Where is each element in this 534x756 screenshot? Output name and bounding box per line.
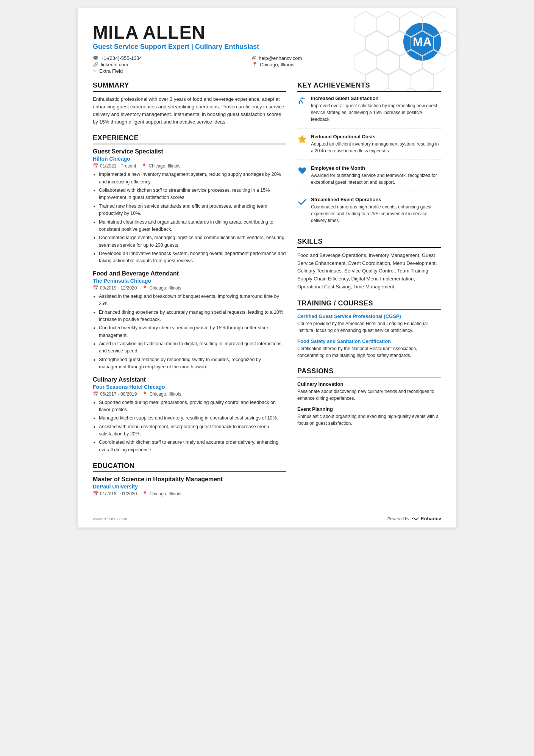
job-meta-1: 📅 01/2021 - Present 📍 Chicago, Illinois <box>93 163 286 169</box>
company-2: The Peninsula Chicago <box>93 278 286 284</box>
star-icon: ☆ <box>93 68 97 74</box>
course-text-1: Course provided by the American Hotel an… <box>297 320 441 334</box>
contact-grid: ☎ +1-(234)-555-1234 @ help@enhancv.com 🔗… <box>93 55 396 74</box>
bullet-1-5: Coordinated large events, managing logis… <box>99 234 286 249</box>
summary-title: SUMMARY <box>93 81 286 92</box>
bullet-3-4: Coordinated with kitchen staff to ensure… <box>99 439 286 454</box>
passions-title: PASSIONS <box>297 367 441 377</box>
education-section: EDUCATION Master of Science in Hospitali… <box>93 462 286 496</box>
company-3: Four Seasons Hotel Chicago <box>93 384 286 390</box>
school-name: DePaul University <box>93 484 286 490</box>
svg-marker-5 <box>298 135 306 143</box>
main-columns: SUMMARY Enthusiastic professional with o… <box>93 81 441 505</box>
passion-text-1: Passionate about discovering new culinar… <box>297 388 441 402</box>
achievement-4: Streamlined Event Operations Coordinated… <box>297 197 441 229</box>
achievement-icon-2 <box>297 134 307 144</box>
pin-icon-2: 📍 <box>142 285 148 291</box>
achievement-2: Reduced Operational Costs Adopted an eff… <box>297 134 441 160</box>
job-location-3: 📍 Chicago, Illinois <box>142 391 181 397</box>
extra-field-label: Extra Field <box>99 68 123 74</box>
linkedin-icon: 🔗 <box>93 62 98 67</box>
achievement-icon-4 <box>297 197 307 207</box>
bullet-1-2: Collaborated with kitchen staff to strea… <box>99 187 286 202</box>
header: MILA ALLEN Guest Service Support Expert … <box>93 23 441 74</box>
right-column: KEY ACHIEVEMENTS Increased Guest Satisfa… <box>297 81 441 505</box>
linkedin-contact: 🔗 linkedin.com <box>93 62 237 67</box>
svg-rect-2 <box>300 99 304 103</box>
skills-text: Food and Beverage Operations, Inventory … <box>297 252 441 291</box>
achievement-title-3: Employee of the Month <box>311 165 441 171</box>
job-title-1: Guest Service Specialist <box>93 148 286 155</box>
job-bullets-2: Assisted in the setup and breakdown of b… <box>93 293 286 371</box>
email-icon: @ <box>252 55 256 61</box>
bullet-2-2: Enhanced dining experience by accurately… <box>99 309 286 324</box>
summary-section: SUMMARY Enthusiastic professional with o… <box>93 81 286 126</box>
avatar: MA <box>403 23 441 61</box>
achievement-icon-3 <box>297 166 307 175</box>
bullet-2-1: Assisted in the setup and breakdown of b… <box>99 293 286 308</box>
job-block-3: Culinary Assistant Four Seasons Hotel Ch… <box>93 376 286 454</box>
achievement-1: Increased Guest Satisfaction Improved ov… <box>297 95 441 128</box>
calendar-icon-2: 📅 <box>93 285 98 291</box>
job-location-1: 📍 Chicago, Illinois <box>141 163 180 169</box>
job-meta-2: 📅 09/2019 - 12/2020 📍 Chicago, Illinois <box>93 285 286 291</box>
job-date-3: 📅 06/2017 - 08/2019 <box>93 391 137 397</box>
brand-name: Enhancv <box>421 516 441 521</box>
course-text-2: Certification offered by the National Re… <box>297 345 441 359</box>
bullet-1-4: Maintained cleanliness and organizationa… <box>99 219 286 233</box>
achievement-text-3: Awarded for outstanding service and team… <box>311 172 441 186</box>
job-location-2: 📍 Chicago, Illinois <box>142 285 181 291</box>
location-icon: 📍 <box>252 62 258 67</box>
extra-field-contact: ☆ Extra Field <box>93 68 237 74</box>
calendar-icon-edu: 📅 <box>93 491 98 496</box>
job-date-2: 📅 09/2019 - 12/2020 <box>93 285 137 291</box>
job-meta-3: 📅 06/2017 - 08/2019 📍 Chicago, Illinois <box>93 391 286 397</box>
achievements-title: KEY ACHIEVEMENTS <box>297 81 441 92</box>
bullet-3-2: Managed kitchen supplies and inventory, … <box>99 415 286 422</box>
achievement-text-4: Coordinated numerous high-profile events… <box>311 203 441 224</box>
job-bullets-1: Implemented a new inventory management s… <box>93 171 286 265</box>
header-right: MA <box>403 23 441 61</box>
job-bullets-3: Supported chefs during meal preparations… <box>93 399 286 454</box>
job-block-2: Food and Beverage Attendant The Peninsul… <box>93 270 286 371</box>
bullet-2-3: Conducted weekly inventory checks, reduc… <box>99 324 286 339</box>
job-title-3: Culinary Assistant <box>93 376 286 383</box>
left-column: SUMMARY Enthusiastic professional with o… <box>93 81 286 505</box>
passion-title-2: Event Planning <box>297 406 441 412</box>
powered-by-text: Powered by <box>387 517 409 521</box>
education-meta: 📅 01/2018 - 01/2020 📍 Chicago, Illinois <box>93 491 286 496</box>
linkedin-url: linkedin.com <box>101 62 128 67</box>
achievement-3: Employee of the Month Awarded for outsta… <box>297 165 441 191</box>
course-title-2: Food Safety and Sanitation Certification <box>297 338 441 344</box>
pin-icon-1: 📍 <box>141 163 147 169</box>
bullet-2-5: Strengthened guest relations by respondi… <box>99 356 286 371</box>
passions-section: PASSIONS Culinary Innovation Passionate … <box>297 367 441 427</box>
achievement-content-4: Streamlined Event Operations Coordinated… <box>311 197 441 224</box>
phone-icon: ☎ <box>93 55 98 61</box>
job-date-1: 📅 01/2021 - Present <box>93 163 136 169</box>
degree-title: Master of Science in Hospitality Managem… <box>93 476 286 483</box>
email-contact: @ help@enhancv.com <box>252 55 396 61</box>
passion-title-1: Culinary Innovation <box>297 381 441 387</box>
footer-website: www.enhancv.com <box>93 517 127 521</box>
calendar-icon-1: 📅 <box>93 163 98 169</box>
footer: www.enhancv.com Powered by Enhancv <box>93 516 441 521</box>
bullet-1-6: Developed an innovative feedback system,… <box>99 250 286 265</box>
full-name: MILA ALLEN <box>93 23 396 43</box>
achievement-icon-1 <box>297 96 307 106</box>
achievements-section: KEY ACHIEVEMENTS Increased Guest Satisfa… <box>297 81 441 229</box>
summary-text: Enthusiastic professional with over 3 ye… <box>93 95 286 126</box>
achievement-title-1: Increased Guest Satisfaction <box>311 95 441 101</box>
edu-date: 📅 01/2018 - 01/2020 <box>93 491 137 496</box>
achievement-content-1: Increased Guest Satisfaction Improved ov… <box>311 95 441 123</box>
experience-section: EXPERIENCE Guest Service Specialist Hilt… <box>93 134 286 454</box>
footer-logo: Powered by Enhancv <box>387 516 441 521</box>
job-block-1: Guest Service Specialist Hilton Chicago … <box>93 148 286 265</box>
bullet-1-3: Trained new hires on service standards a… <box>99 203 286 218</box>
bullet-3-3: Assisted with menu development, incorpor… <box>99 423 286 438</box>
achievement-content-3: Employee of the Month Awarded for outsta… <box>311 165 441 186</box>
training-title: TRAINING / COURSES <box>297 299 441 310</box>
company-1: Hilton Chicago <box>93 156 286 162</box>
pin-icon-edu: 📍 <box>142 491 148 496</box>
location-text: Chicago, Illinois <box>260 62 294 67</box>
